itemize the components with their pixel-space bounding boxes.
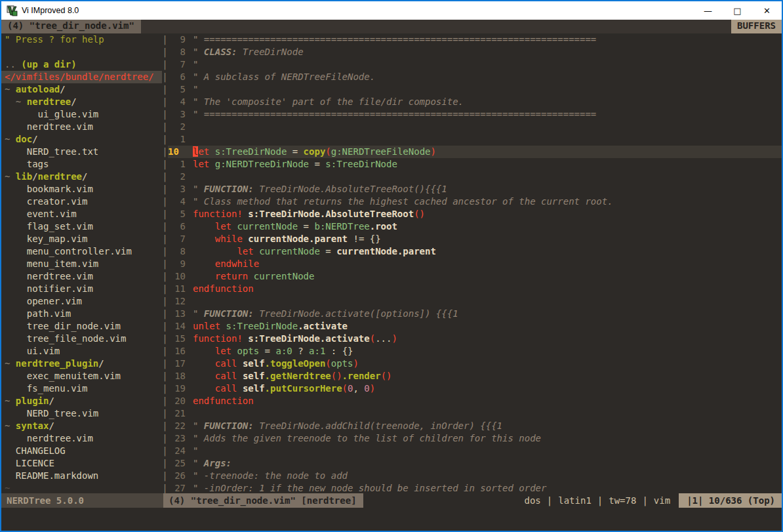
- command-line[interactable]: [1, 508, 782, 531]
- tree-item[interactable]: exec_menuitem.vim: [1, 370, 162, 382]
- code-line[interactable]: 6 let currentNode = b:NERDTree.root: [168, 220, 782, 233]
- code-line[interactable]: 17 call self.toggleOpen(opts): [168, 358, 782, 370]
- tree-item[interactable]: ~ autoload/: [1, 83, 162, 96]
- code-line[interactable]: 1: [168, 133, 782, 146]
- tree-item[interactable]: flag_set.vim: [1, 220, 162, 233]
- code-line[interactable]: 4" Class method that returns the highest…: [168, 195, 782, 208]
- tree-item[interactable]: bookmark.vim: [1, 183, 162, 195]
- code-line[interactable]: 10 return currentNode: [168, 270, 782, 283]
- code-line[interactable]: 8 let currentNode = currentNode.parent: [168, 245, 782, 258]
- code-line[interactable]: 4" The 'composite' part of the file/dir …: [168, 96, 782, 108]
- code-line[interactable]: 7": [168, 58, 782, 71]
- tree-item[interactable]: key_map.vim: [1, 233, 162, 245]
- tree-item[interactable]: .. (up a dir): [1, 58, 162, 71]
- tree-item[interactable]: README.markdown: [1, 470, 162, 482]
- code-token: [5, 96, 16, 107]
- tree-item[interactable]: ~ lib/nerdtree/: [1, 171, 162, 183]
- maximize-icon[interactable]: □: [723, 1, 752, 20]
- code-token: [193, 221, 215, 232]
- code-line-cursor[interactable]: 10let s:TreeDirNode = copy(g:NERDTreeFil…: [168, 146, 782, 158]
- code-line[interactable]: 14unlet s:TreeDirNode.activate: [168, 320, 782, 333]
- code-line[interactable]: 5": [168, 83, 782, 96]
- tree-item[interactable]: LICENCE: [1, 457, 162, 470]
- tree-item[interactable]: creator.vim: [1, 195, 162, 208]
- tree-item[interactable]: ~ nerdtree_plugin/: [1, 358, 162, 370]
- tree-item[interactable]: NERD_tree.txt: [1, 146, 162, 158]
- code-token: " A subclass of NERDTreeFileNode.: [193, 72, 375, 82]
- tree-item[interactable]: tree_file_node.vim: [1, 333, 162, 345]
- code-token: s:TreeDirNode.AbsoluteTreeRoot: [248, 209, 414, 219]
- code-token: key_map.vim: [27, 234, 88, 244]
- tree-item[interactable]: CHANGELOG: [1, 445, 162, 457]
- code-line[interactable]: 21: [168, 407, 782, 420]
- minimize-icon[interactable]: —: [693, 1, 723, 20]
- code-line[interactable]: 1let g:NERDTreeDirNode = s:TreeDirNode: [168, 158, 782, 171]
- tree-item[interactable]: ui.vim: [1, 345, 162, 358]
- code-line[interactable]: 13" FUNCTION: TreeDirNode.activate([opti…: [168, 308, 782, 320]
- code-line[interactable]: 9 endwhile: [168, 258, 782, 270]
- tree-item[interactable]: ~ syntax/: [1, 420, 162, 432]
- code-line[interactable]: 27" -inOrder: 1 if the new node should b…: [168, 482, 782, 493]
- tree-item[interactable]: opener.vim: [1, 295, 162, 308]
- code-line[interactable]: 16 let opts = a:0 ? a:1 : {}: [168, 345, 782, 358]
- code-line[interactable]: 3" =====================================…: [168, 108, 782, 121]
- code-token: " ======================================…: [193, 34, 596, 45]
- code-line[interactable]: 18 call self.getNerdtree().render(): [168, 370, 782, 382]
- code-line[interactable]: 11endfunction: [168, 283, 782, 295]
- tree-item[interactable]: ~ plugin/: [1, 395, 162, 407]
- tree-item[interactable]: tags: [1, 158, 162, 171]
- tree-item[interactable]: NERD_tree.vim: [1, 407, 162, 420]
- code-token: [5, 346, 27, 356]
- line-number: 8: [168, 245, 186, 258]
- tree-item[interactable]: nerdtree.vim: [1, 432, 162, 445]
- code-line[interactable]: 25" Args:: [168, 457, 782, 470]
- code-line[interactable]: 23" Adds the given treenode to the list …: [168, 432, 782, 445]
- code-line[interactable]: 19 call self.putCursorHere(0, 0): [168, 382, 782, 395]
- code-line[interactable]: 2: [168, 121, 782, 133]
- tree-item[interactable]: tree_dir_node.vim: [1, 320, 162, 333]
- tree-item[interactable]: menu_item.vim: [1, 258, 162, 270]
- code-line[interactable]: 8" CLASS: TreeDirNode: [168, 46, 782, 58]
- code-token: while: [215, 234, 243, 244]
- status-bar: NERDTree 5.0.0 (4) "tree_dir_node.vim" […: [1, 493, 782, 508]
- window-separator[interactable]: |||||||||||||||||||||||||||||||||||||: [162, 33, 168, 493]
- tree-item[interactable]: nerdtree.vim: [1, 121, 162, 133]
- code-line[interactable]: 2: [168, 171, 782, 183]
- tree-item[interactable]: nerdtree.vim: [1, 270, 162, 283]
- code-line[interactable]: 26" -treenode: the node to add: [168, 470, 782, 482]
- code-line[interactable]: 3" FUNCTION: TreeDirNode.AbsoluteTreeRoo…: [168, 183, 782, 195]
- code-token: ~: [5, 171, 16, 182]
- tree-item[interactable]: ui_glue.vim: [1, 108, 162, 121]
- tree-item[interactable]: ~ nerdtree/: [1, 96, 162, 108]
- tree-root-item[interactable]: </vimfiles/bundle/nerdtree/: [1, 71, 162, 83]
- tree-item[interactable]: " Press ? for help: [1, 33, 162, 46]
- code-line[interactable]: 6" A subclass of NERDTreeFileNode.: [168, 71, 782, 83]
- tab-active-buffer[interactable]: (4) "tree_dir_node.vim": [1, 20, 141, 33]
- code-token: ~: [5, 84, 16, 94]
- code-token: return: [215, 271, 249, 281]
- tree-item[interactable]: [1, 46, 162, 58]
- code-line[interactable]: 22" FUNCTION: TreeDirNode.addChild(treen…: [168, 420, 782, 432]
- code-line[interactable]: 12: [168, 295, 782, 308]
- code-token: menu_controller.vim: [27, 246, 132, 256]
- tree-item[interactable]: path.vim: [1, 308, 162, 320]
- code-token: [5, 296, 27, 306]
- code-token: ~: [5, 420, 16, 431]
- tree-item[interactable]: ~: [1, 482, 162, 493]
- tree-item[interactable]: notifier.vim: [1, 283, 162, 295]
- close-icon[interactable]: ✕: [752, 1, 782, 20]
- code-line[interactable]: 20endfunction: [168, 395, 782, 407]
- tree-item[interactable]: menu_controller.vim: [1, 245, 162, 258]
- tree-item[interactable]: event.vim: [1, 208, 162, 220]
- code-token: ..: [5, 59, 21, 70]
- code-token: nerdtree: [27, 96, 71, 107]
- line-number: 10: [168, 146, 186, 158]
- code-line[interactable]: 5function! s:TreeDirNode.AbsoluteTreeRoo…: [168, 208, 782, 220]
- code-line[interactable]: 24": [168, 445, 782, 457]
- code-token: ): [392, 333, 397, 344]
- tree-item[interactable]: fs_menu.vim: [1, 382, 162, 395]
- code-line[interactable]: 9" =====================================…: [168, 33, 782, 46]
- code-line[interactable]: 7 while currentNode.parent != {}: [168, 233, 782, 245]
- tree-item[interactable]: ~ doc/: [1, 133, 162, 146]
- code-line[interactable]: 15function! s:TreeDirNode.activate(...): [168, 333, 782, 345]
